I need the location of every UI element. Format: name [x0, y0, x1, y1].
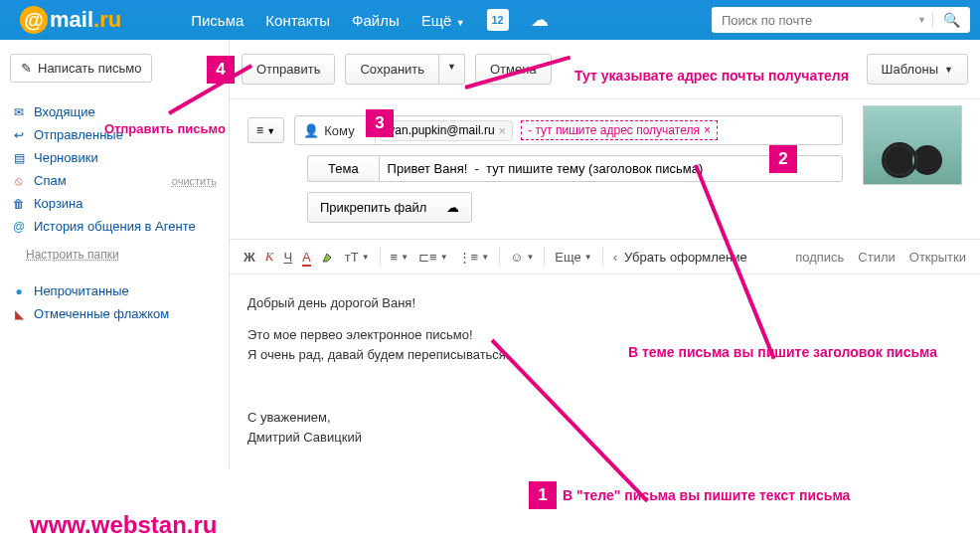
to-label: 👤Кому: [295, 116, 375, 144]
nav-letters[interactable]: Письма: [191, 12, 244, 29]
subject-label: Тема: [307, 155, 379, 182]
folder-sent[interactable]: ↩Отправленные: [4, 123, 225, 146]
compose-panel: Отправить Сохранить ▼ Отмена Шаблоны ▼ ≡…: [229, 40, 980, 468]
subject-input[interactable]: [379, 155, 843, 182]
sidebar: ✎ Написать письмо ✉Входящие ↩Отправленны…: [0, 40, 229, 468]
message-body[interactable]: Добрый день дорогой Ваня! Это мое первео…: [230, 274, 980, 468]
indent-button[interactable]: ⊏≡▼: [418, 250, 448, 265]
body-line1: Это мое первео электронное письмо!: [247, 326, 962, 344]
body-greeting: Добрый день дорогой Ваня!: [247, 294, 962, 312]
configure-folders[interactable]: Настроить папки: [4, 244, 225, 266]
agent-icon: @: [12, 220, 26, 234]
top-nav: Письма Контакты Файлы Ещё ▼ 12 ☁: [191, 9, 548, 31]
nav-contacts[interactable]: Контакты: [265, 12, 330, 29]
envelope-icon: ✉: [12, 105, 26, 119]
attachment-preview[interactable]: [863, 105, 962, 185]
folder-agent[interactable]: @История общения в Агенте: [4, 215, 225, 238]
body-sign1: С уважением,: [247, 409, 962, 427]
nav-more[interactable]: Ещё ▼: [421, 12, 465, 29]
compose-button[interactable]: ✎ Написать письмо: [10, 54, 152, 83]
watermark: www.webstan.ru: [30, 511, 217, 539]
attach-button[interactable]: Прикрепить файл ☁: [307, 192, 472, 223]
logo-mail: mail: [50, 7, 93, 32]
compose-icon: ✎: [21, 61, 32, 76]
to-chip[interactable]: ivan.pupkin@mail.ru×: [380, 120, 514, 141]
cloud-icon[interactable]: ☁: [531, 9, 549, 31]
compose-label: Написать письмо: [38, 61, 141, 76]
annotation-text-1: В "теле" письма вы пишите текст письма: [563, 487, 850, 503]
dot-icon: ●: [12, 284, 26, 298]
signature-link[interactable]: подпись: [795, 250, 844, 265]
save-button[interactable]: Сохранить: [345, 54, 439, 85]
cloud-attach-icon: ☁: [446, 200, 459, 215]
body-line2: Я очень рад, давай будем переписываться.: [247, 346, 962, 364]
templates-menu[interactable]: Шаблоны ▼: [867, 54, 968, 85]
align-button[interactable]: ≡▼: [391, 250, 409, 265]
cards-link[interactable]: Открытки: [909, 250, 966, 265]
search-dropdown-icon[interactable]: ▼: [911, 15, 932, 25]
reply-icon: ↩: [12, 128, 26, 142]
folder-inbox[interactable]: ✉Входящие: [4, 100, 225, 123]
calendar-icon[interactable]: 12: [487, 9, 509, 31]
body-sign2: Дмитрий Савицкий: [247, 429, 962, 447]
logo-ru: .ru: [93, 7, 121, 32]
italic-button[interactable]: К: [265, 249, 274, 265]
remove-chip-icon[interactable]: ×: [499, 123, 507, 138]
compose-toolbar: Отправить Сохранить ▼ Отмена Шаблоны ▼: [230, 40, 980, 99]
clear-spam[interactable]: очистить: [172, 175, 217, 187]
to-placeholder-hint: - тут пишите адрес получателя ×: [521, 120, 718, 140]
text-color-button[interactable]: А: [302, 250, 311, 265]
annotation-marker-1: 1: [529, 481, 557, 509]
send-button[interactable]: Отправить: [242, 54, 335, 85]
folder-trash[interactable]: 🗑Корзина: [4, 192, 225, 215]
search-input[interactable]: [712, 13, 911, 28]
more-button[interactable]: Еще▼: [555, 250, 591, 265]
logo-at-icon: @: [20, 6, 48, 34]
underline-button[interactable]: Ч: [283, 250, 292, 265]
folder-unread[interactable]: ●Непрочитанные: [4, 279, 225, 302]
draft-icon: ▤: [12, 151, 26, 165]
fields-toggle[interactable]: ≡ ▼: [247, 117, 284, 143]
flag-icon: ◣: [12, 307, 26, 321]
trash-icon: 🗑: [12, 197, 26, 211]
list-button[interactable]: ⋮≡▼: [458, 250, 490, 265]
nav-files[interactable]: Файлы: [352, 12, 400, 29]
folder-flagged[interactable]: ◣Отмеченные флажком: [4, 302, 225, 325]
highlight-button[interactable]: [321, 250, 335, 264]
editor-toolbar: Ж К Ч А тТ▼ ≡▼ ⊏≡▼ ⋮≡▼ ☺▼ Еще▼ Убрать оф…: [230, 239, 980, 274]
search-icon[interactable]: 🔍: [932, 12, 970, 28]
remove-formatting-button[interactable]: Убрать оформление: [613, 250, 747, 265]
spam-icon: ⦸: [12, 174, 26, 188]
emoji-button[interactable]: ☺▼: [510, 250, 534, 265]
folder-drafts[interactable]: ▤Черновики: [4, 146, 225, 169]
logo[interactable]: @ mail.ru: [10, 6, 131, 34]
to-field[interactable]: 👤Кому ivan.pupkin@mail.ru× - тут пишите …: [294, 115, 843, 145]
bold-button[interactable]: Ж: [244, 250, 255, 265]
font-size-button[interactable]: тТ▼: [345, 250, 370, 265]
folder-spam[interactable]: ⦸Спамочистить: [4, 169, 225, 192]
save-dropdown[interactable]: ▼: [439, 54, 465, 85]
search-box[interactable]: ▼ 🔍: [712, 7, 970, 33]
topbar: @ mail.ru Письма Контакты Файлы Ещё ▼ 12…: [0, 0, 980, 40]
styles-link[interactable]: Стили: [858, 250, 895, 265]
